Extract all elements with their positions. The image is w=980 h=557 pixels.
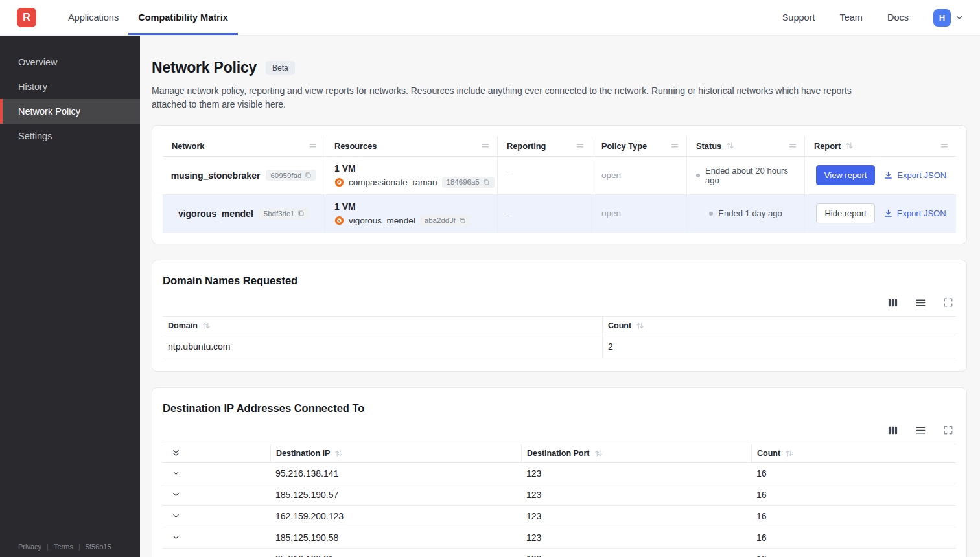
column-header-destination-port[interactable]: Destination Port — [521, 444, 751, 462]
sidebar-item-network-policy[interactable]: Network Policy — [0, 99, 140, 124]
main-content: Network Policy Beta Manage network polic… — [140, 36, 980, 557]
network-id-chip: 60959fad — [266, 170, 316, 181]
page-description: Manage network policy, reporting and vie… — [152, 84, 870, 112]
topbar-right: Support Team Docs H — [782, 0, 963, 35]
domains-table-header: Domain Count — [163, 316, 956, 335]
column-menu-icon[interactable] — [482, 142, 489, 150]
team-link[interactable]: Team — [839, 12, 862, 23]
column-menu-icon[interactable] — [940, 142, 948, 150]
copy-icon[interactable] — [305, 172, 312, 179]
export-json-link[interactable]: Export JSON — [883, 209, 946, 218]
destination-ip: 185.125.190.58 — [270, 527, 521, 548]
network-table-row[interactable]: musing_stonebraker 60959fad 1 VM compass… — [163, 157, 956, 195]
view-report-button[interactable]: View report — [816, 165, 876, 185]
column-header-domain[interactable]: Domain — [163, 317, 602, 335]
networks-card: Network Resources Reporting Policy Type … — [152, 125, 967, 244]
column-menu-icon[interactable] — [576, 142, 584, 150]
row-expand-icon[interactable] — [172, 490, 180, 499]
count-value: 16 — [751, 463, 956, 484]
columns-icon[interactable] — [887, 297, 898, 308]
copy-icon[interactable] — [459, 217, 466, 224]
hide-report-button[interactable]: Hide report — [816, 203, 874, 223]
destination-table-row[interactable]: 185.125.190.57 123 16 — [163, 484, 956, 506]
row-expand-icon[interactable] — [172, 533, 180, 541]
app-logo[interactable]: R — [17, 8, 36, 27]
avatar[interactable]: H — [933, 9, 951, 27]
row-expand-icon[interactable] — [172, 512, 180, 520]
destination-table-row[interactable]: 95.216.138.141 123 16 — [163, 463, 956, 484]
privacy-link[interactable]: Privacy — [18, 543, 41, 551]
reporting-value: – — [507, 170, 583, 180]
destinations-table-header: Destination IP Destination Port Count — [163, 444, 956, 463]
count-value: 2 — [602, 335, 956, 358]
destination-port: 123 — [521, 463, 751, 484]
resource-icon — [334, 177, 344, 187]
columns-icon[interactable] — [887, 425, 898, 436]
rows-density-icon[interactable] — [915, 297, 926, 308]
user-menu[interactable]: H — [933, 9, 963, 27]
support-link[interactable]: Support — [782, 12, 815, 23]
destination-port: 123 — [521, 527, 751, 548]
build-id: 5f56b15 — [86, 543, 111, 551]
policy-type-value: open — [601, 170, 677, 180]
sort-icon[interactable] — [636, 322, 644, 330]
sort-icon[interactable] — [202, 322, 211, 330]
column-header-report[interactable]: Report — [804, 136, 956, 157]
destination-ip: 95.216.100.21 — [270, 549, 521, 557]
sort-icon[interactable] — [594, 449, 603, 457]
status-text: Ended 1 day ago — [718, 209, 782, 218]
sidebar-item-history[interactable]: History — [0, 74, 140, 99]
sort-icon[interactable] — [334, 449, 343, 457]
docs-link[interactable]: Docs — [887, 12, 909, 23]
count-value: 16 — [751, 506, 956, 527]
column-header-network: Network — [163, 136, 325, 157]
nav-tab-compatibility-matrix[interactable]: Compatibility Matrix — [128, 0, 238, 35]
page-title: Network Policy — [152, 59, 257, 76]
destination-table-row[interactable]: 185.125.190.58 123 16 — [163, 527, 956, 549]
sidebar-item-overview[interactable]: Overview — [0, 50, 140, 74]
count-value: 16 — [751, 549, 956, 557]
domains-toolbar — [163, 297, 953, 308]
column-header-count[interactable]: Count — [602, 317, 956, 335]
domain-table-row[interactable]: ntp.ubuntu.com 2 — [163, 335, 956, 358]
copy-icon[interactable] — [483, 179, 490, 186]
export-json-link[interactable]: Export JSON — [883, 170, 946, 180]
destinations-toolbar — [163, 425, 953, 436]
domains-card-title: Domain Names Requested — [163, 275, 956, 287]
resource-name: vigorous_mendel — [349, 216, 415, 225]
primary-nav: Applications Compatibility Matrix — [58, 0, 238, 35]
terms-link[interactable]: Terms — [54, 543, 73, 551]
expand-all-icon[interactable] — [172, 449, 180, 457]
sort-icon[interactable] — [726, 142, 734, 150]
destination-table-row[interactable]: 95.216.100.21 123 16 — [163, 549, 956, 557]
column-header-count[interactable]: Count — [751, 444, 956, 462]
network-name: vigorous_mendel — [178, 209, 253, 219]
resource-icon — [334, 216, 344, 225]
rows-density-icon[interactable] — [915, 425, 926, 436]
sort-icon[interactable] — [785, 449, 793, 457]
column-header-destination-ip[interactable]: Destination IP — [270, 444, 521, 462]
destination-ip: 95.216.138.141 — [270, 463, 521, 484]
copy-icon[interactable] — [298, 210, 305, 217]
policy-type-value: open — [601, 209, 677, 218]
row-expand-icon[interactable] — [172, 554, 180, 557]
top-navigation-bar: R Applications Compatibility Matrix Supp… — [0, 0, 980, 36]
topbar-left: R Applications Compatibility Matrix — [17, 0, 238, 35]
destination-table-row[interactable]: 162.159.200.123 123 16 — [163, 506, 956, 527]
column-menu-icon[interactable] — [789, 142, 797, 150]
row-expand-icon[interactable] — [172, 469, 180, 477]
fullscreen-icon[interactable] — [943, 425, 953, 435]
network-table-row[interactable]: vigorous_mendel 5bdf3dc1 1 VM vigorous_m… — [163, 195, 956, 233]
beta-badge: Beta — [266, 61, 295, 75]
count-value: 16 — [751, 527, 956, 548]
sidebar-item-settings[interactable]: Settings — [0, 124, 140, 148]
column-menu-icon[interactable] — [309, 142, 317, 150]
column-header-status[interactable]: Status — [686, 136, 804, 157]
nav-tab-applications[interactable]: Applications — [58, 0, 128, 35]
column-menu-icon[interactable] — [671, 142, 679, 150]
destination-port: 123 — [521, 484, 751, 505]
fullscreen-icon[interactable] — [943, 297, 953, 308]
sort-icon[interactable] — [845, 142, 854, 150]
network-name: musing_stonebraker — [171, 170, 261, 181]
chevron-down-icon[interactable] — [955, 14, 963, 21]
